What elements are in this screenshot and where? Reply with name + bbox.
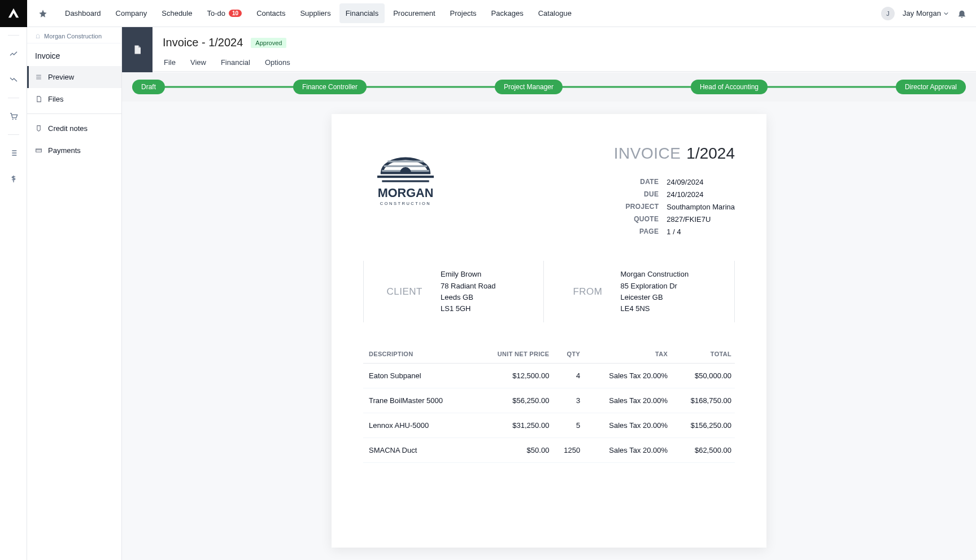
list-icon xyxy=(9,148,18,158)
doc-tab-file[interactable]: File xyxy=(163,54,177,71)
doc-tab-options[interactable]: Options xyxy=(264,54,291,71)
user-menu[interactable]: Jay Morgan xyxy=(903,9,949,18)
avatar[interactable]: J xyxy=(881,7,895,20)
stage-director-approval[interactable]: Director Approval xyxy=(896,80,966,94)
rail-separator xyxy=(8,98,19,98)
nav-financials[interactable]: Financials xyxy=(339,3,385,23)
topbar-right: J Jay Morgan xyxy=(881,7,967,20)
workflow-stages: DraftFinance ControllerProject ManagerHe… xyxy=(122,72,976,102)
from-line2: Leicester GB xyxy=(621,292,689,303)
sidebar-item-credit-notes[interactable]: Credit notes xyxy=(27,117,121,139)
nav-catalogue[interactable]: Catalogue xyxy=(532,3,578,23)
doc-tab-view[interactable]: View xyxy=(189,54,207,71)
table-row: Eaton Subpanel$12,500.004Sales Tax 20.00… xyxy=(363,364,735,388)
doc-tab-financial[interactable]: Financial xyxy=(220,54,251,71)
rail-dollar[interactable] xyxy=(5,170,23,188)
cell-desc: SMACNA Duct xyxy=(363,438,474,463)
client-block: Emily Brown 78 Radiant Road Leeds GB LS1… xyxy=(441,269,496,314)
stage-head-of-accounting[interactable]: Head of Accounting xyxy=(691,80,768,94)
doc-icon xyxy=(132,45,142,55)
meta-page-label: PAGE xyxy=(609,226,659,238)
cell-total: $156,250.00 xyxy=(671,413,735,438)
cell-total: $62,500.00 xyxy=(671,438,735,463)
meta-date: 24/09/2024 xyxy=(666,176,703,189)
svg-text:CONSTRUCTION: CONSTRUCTION xyxy=(380,201,431,206)
sidebar-item-label: Payments xyxy=(48,146,81,155)
nav-label: Financials xyxy=(346,9,379,18)
meta-page: 1 / 4 xyxy=(666,226,681,238)
primary-nav: DashboardCompanyScheduleTo-do10ContactsS… xyxy=(59,3,578,23)
nav-packages[interactable]: Packages xyxy=(485,3,530,23)
th-total: TOTAL xyxy=(671,345,735,364)
invoice-word: INVOICE xyxy=(614,145,681,163)
sidebar-item-payments[interactable]: Payments xyxy=(27,139,121,161)
stage-draft[interactable]: Draft xyxy=(132,80,165,94)
meta-due: 24/10/2024 xyxy=(666,189,703,201)
th-unit: UNIT NET PRICE xyxy=(474,345,553,364)
svg-point-0 xyxy=(12,119,13,120)
meta-due-label: DUE xyxy=(609,189,659,201)
cell-qty: 3 xyxy=(552,388,583,413)
trend-up-icon xyxy=(9,49,18,58)
topbar: DashboardCompanyScheduleTo-do10ContactsS… xyxy=(0,0,976,27)
chevron-down-icon xyxy=(943,11,949,16)
rail-cart[interactable] xyxy=(5,107,23,125)
nav-projects[interactable]: Projects xyxy=(444,3,483,23)
cell-qty: 4 xyxy=(552,364,583,388)
client-line2: Leeds GB xyxy=(441,292,496,303)
stage-project-manager[interactable]: Project Manager xyxy=(495,80,563,94)
doc-type-badge xyxy=(122,27,152,72)
table-row: Lennox AHU-5000$31,250.005Sales Tax 20.0… xyxy=(363,413,735,438)
nav-suppliers[interactable]: Suppliers xyxy=(294,3,337,23)
nav-schedule[interactable]: Schedule xyxy=(155,3,198,23)
svg-rect-3 xyxy=(384,165,428,167)
invoice-number: 1/2024 xyxy=(686,145,735,163)
bell-icon[interactable] xyxy=(957,8,967,19)
nav-contacts[interactable]: Contacts xyxy=(250,3,291,23)
cell-qty: 5 xyxy=(552,413,583,438)
icon-rail xyxy=(0,27,27,560)
app-logo[interactable] xyxy=(0,0,27,27)
building-icon xyxy=(35,33,41,39)
todo-badge: 10 xyxy=(229,10,242,17)
rail-trend-up[interactable] xyxy=(5,45,23,63)
nav-company[interactable]: Company xyxy=(110,3,154,23)
cell-desc: Trane BoilMaster 5000 xyxy=(363,388,474,413)
nav-to-do[interactable]: To-do10 xyxy=(201,3,248,23)
from-line3: LE4 5NS xyxy=(621,303,689,314)
table-row: SMACNA Duct$50.001250Sales Tax 20.00%$62… xyxy=(363,438,735,463)
invoice-sheet: MORGAN CONSTRUCTION INVOICE 1/2024 DATE2… xyxy=(332,114,766,548)
meta-quote-label: QUOTE xyxy=(609,213,659,226)
breadcrumb[interactable]: Morgan Construction xyxy=(27,27,121,43)
nav-dashboard[interactable]: Dashboard xyxy=(59,3,107,23)
rail-trend-down[interactable] xyxy=(5,71,23,89)
svg-point-1 xyxy=(15,119,16,120)
from-name: Morgan Construction xyxy=(621,269,689,280)
stage-finance-controller[interactable]: Finance Controller xyxy=(293,80,367,94)
nav-procurement[interactable]: Procurement xyxy=(387,3,441,23)
doc-tabs: FileViewFinancialOptions xyxy=(152,54,976,72)
th-qty: QTY xyxy=(552,345,583,364)
cell-tax: Sales Tax 20.00% xyxy=(583,364,671,388)
breadcrumb-company: Morgan Construction xyxy=(44,33,102,40)
wallet-icon xyxy=(35,147,42,154)
cell-unit: $31,250.00 xyxy=(474,413,553,438)
morgan-logo-icon: MORGAN CONSTRUCTION xyxy=(363,145,448,220)
svg-text:MORGAN: MORGAN xyxy=(378,186,434,200)
document-canvas[interactable]: MORGAN CONSTRUCTION INVOICE 1/2024 DATE2… xyxy=(122,102,976,560)
nav-label: Dashboard xyxy=(65,9,101,18)
star-button[interactable] xyxy=(29,0,56,27)
rail-list[interactable] xyxy=(5,144,23,162)
rail-separator xyxy=(8,35,19,36)
nav-label: Company xyxy=(116,9,147,18)
client-name: Emily Brown xyxy=(441,269,496,280)
line-items-table: DESCRIPTION UNIT NET PRICE QTY TAX TOTAL… xyxy=(363,345,735,463)
sidebar-item-label: Credit notes xyxy=(48,124,88,133)
sidebar-item-preview[interactable]: Preview xyxy=(27,66,121,88)
cell-total: $168,750.00 xyxy=(671,388,735,413)
cell-desc: Eaton Subpanel xyxy=(363,364,474,388)
sidebar-item-files[interactable]: Files xyxy=(27,88,121,110)
svg-rect-4 xyxy=(387,160,423,162)
dollar-icon xyxy=(9,174,18,183)
trend-down-icon xyxy=(9,75,18,84)
